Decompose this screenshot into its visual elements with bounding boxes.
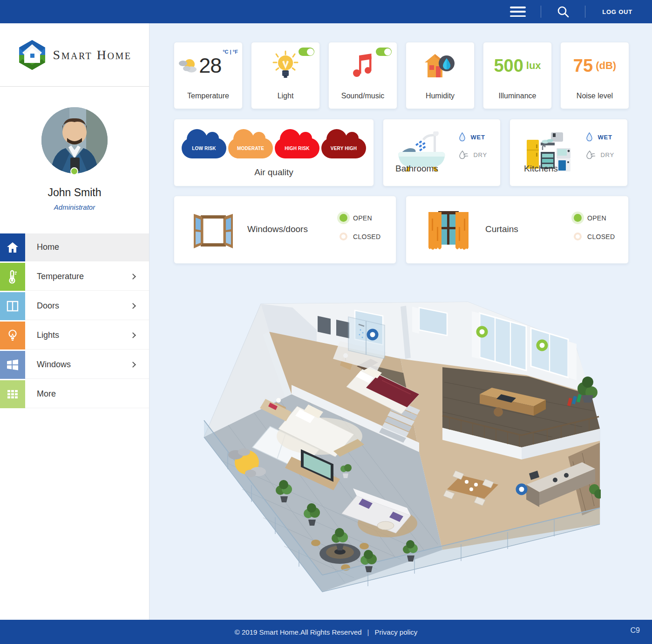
sidebar-item-lights[interactable]: Lights (0, 322, 149, 349)
dry-droplet-icon (459, 150, 469, 160)
noise-unit: (dB) (596, 60, 616, 72)
door-icon (0, 292, 25, 320)
brand-name: Smart Home (53, 48, 132, 62)
nav-label: More (37, 389, 56, 399)
user-profile: John Smith Administrator (0, 87, 149, 211)
noise-card[interactable]: 75 (dB) Noise level (560, 42, 629, 109)
brand-header: Smart Home (0, 23, 149, 87)
air-quality-card[interactable]: LOW RISK MODERATE HIGH RISK VERY HIGH Ai… (174, 119, 374, 186)
sidebar-item-temperature[interactable]: Temperature (0, 263, 149, 291)
kitchens-label: Kitchens (524, 164, 558, 174)
smart-home-dashboard: { "header": { "logout_label": "LOG OUT" … (0, 0, 652, 644)
chevron-right-icon (130, 362, 136, 368)
lightbulb-icon (272, 50, 299, 81)
noise-label: Noise level (561, 92, 629, 100)
illuminance-value: 500 (494, 56, 523, 76)
copyright-text: © 2019 Smart Home.All Rights Reserved (235, 628, 362, 636)
top-header-bar: LOG OUT (0, 0, 652, 23)
metric-cards-row: 28 °C | °F Temperature (174, 42, 652, 109)
dry-droplet-icon (586, 150, 596, 160)
windows-doors-label: Windows/doors (247, 224, 308, 234)
temperature-card[interactable]: 28 °C | °F Temperature (174, 42, 243, 109)
logout-button[interactable]: LOG OUT (602, 8, 632, 15)
bulb-icon (0, 322, 25, 349)
bathroom-sensor-marker[interactable] (368, 330, 377, 339)
curtains-closed-option[interactable]: CLOSED (574, 233, 615, 240)
humidity-icon (425, 52, 455, 79)
kitchens-dry-option[interactable]: DRY (586, 150, 614, 160)
thermometer-icon (0, 263, 25, 291)
open-radio-selected (574, 214, 582, 222)
sun-cloud-icon (178, 58, 199, 74)
sidebar-item-doors[interactable]: Doors (0, 292, 149, 320)
temperature-units: °C | °F (223, 49, 238, 55)
open-window-icon (192, 214, 235, 248)
window-sensor-marker[interactable] (538, 341, 546, 349)
nav-label: Doors (37, 301, 59, 311)
air-quality-low-risk-cloud[interactable]: LOW RISK (182, 138, 226, 158)
footer-bar: © 2019 Smart Home.All Rights Reserved | … (0, 620, 652, 644)
floorplan-image (200, 289, 601, 595)
main-content: 28 °C | °F Temperature (149, 23, 652, 620)
nav-label: Home (37, 242, 59, 252)
openables-row: Windows/doors OPEN CLOSED (174, 196, 652, 264)
air-quality-moderate-cloud[interactable]: MODERATE (228, 138, 273, 158)
wet-droplet-icon (459, 132, 466, 142)
windows-doors-card[interactable]: Windows/doors OPEN CLOSED (174, 196, 396, 264)
sidebar-item-windows[interactable]: Windows (0, 351, 149, 379)
header-divider (585, 6, 585, 18)
curtains-open-option[interactable]: OPEN (574, 214, 615, 222)
bathrooms-wet-option[interactable]: WET (459, 132, 487, 142)
kitchens-wet-option[interactable]: WET (586, 132, 614, 142)
rooms-row: LOW RISK MODERATE HIGH RISK VERY HIGH Ai… (174, 119, 652, 186)
windows-doors-closed-option[interactable]: CLOSED (340, 233, 380, 240)
illuminance-unit: lux (526, 60, 541, 72)
wet-droplet-icon (586, 132, 593, 142)
user-role: Administrator (0, 203, 149, 211)
illuminance-label: Illuminance (483, 92, 551, 100)
air-quality-high-risk-cloud[interactable]: HIGH RISK (275, 138, 319, 158)
grid-icon (0, 380, 25, 408)
chevron-right-icon (130, 274, 136, 280)
sidebar-item-more[interactable]: More (0, 380, 149, 408)
user-name: John Smith (0, 186, 149, 199)
avatar[interactable] (41, 107, 108, 173)
open-radio-selected (340, 214, 347, 222)
kitchen-sensor-marker[interactable] (517, 485, 526, 493)
sidebar-nav: Home Temperature Doors (0, 233, 149, 408)
sound-music-card[interactable]: Sound/music (328, 42, 397, 109)
header-divider (541, 6, 541, 18)
nav-label: Temperature (37, 272, 84, 281)
hamburger-menu-icon[interactable] (510, 7, 526, 17)
windows-icon (0, 351, 25, 379)
nav-label: Lights (37, 330, 59, 340)
illuminance-card[interactable]: 500 lux Illuminance (483, 42, 552, 109)
windows-doors-open-option[interactable]: OPEN (340, 214, 380, 222)
bathrooms-label: Bathrooms (395, 164, 438, 174)
closed-radio-unselected (574, 233, 582, 240)
humidity-card[interactable]: Humidity (406, 42, 475, 109)
chevron-right-icon (130, 332, 136, 338)
closed-radio-unselected (340, 233, 347, 240)
sound-label: Sound/music (329, 92, 397, 100)
search-icon[interactable] (557, 6, 569, 18)
window-sensor-marker[interactable] (478, 328, 486, 336)
bathrooms-card[interactable]: WET DRY Bathrooms (383, 119, 501, 186)
footer-separator: | (367, 628, 369, 636)
air-quality-very-high-cloud[interactable]: VERY HIGH (321, 138, 366, 158)
version-badge: C9 (631, 626, 640, 635)
temperature-value: 28 (199, 54, 221, 78)
home-icon (0, 233, 25, 261)
light-card[interactable]: Light (251, 42, 320, 109)
curtains-card[interactable]: Curtains OPEN CLOSED (406, 196, 629, 264)
noise-value: 75 (573, 56, 593, 76)
privacy-policy-link[interactable]: Privacy policy (375, 628, 418, 636)
smart-home-logo-icon (18, 40, 47, 70)
temperature-label: Temperature (174, 92, 242, 100)
sidebar-item-home[interactable]: Home (0, 233, 149, 261)
kitchens-card[interactable]: WET DRY Kitchens (509, 119, 628, 186)
light-label: Light (251, 92, 319, 100)
online-status-dot (70, 167, 78, 175)
air-quality-label: Air quality (174, 167, 374, 178)
bathrooms-dry-option[interactable]: DRY (459, 150, 487, 160)
